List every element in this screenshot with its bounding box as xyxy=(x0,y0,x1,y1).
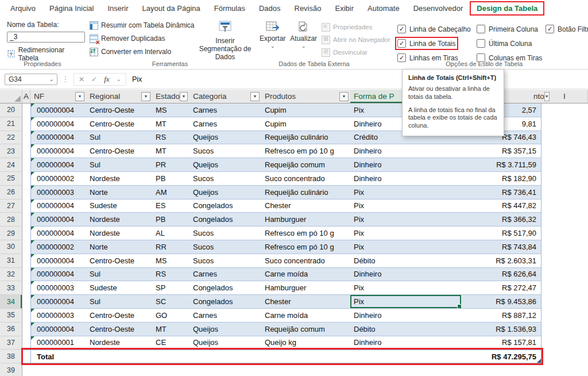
cell-produtos[interactable]: Refresco em pó 10 g xyxy=(261,227,350,240)
cell-estado[interactable]: SC xyxy=(152,295,189,309)
resize-table-button[interactable]: Redimensionar Tabela xyxy=(7,46,85,62)
cell-categoria[interactable]: Sucos xyxy=(189,144,261,158)
cell-regional[interactable]: Nordeste xyxy=(86,213,152,227)
cell-col-a[interactable] xyxy=(22,240,30,254)
table-name-input[interactable] xyxy=(7,32,85,43)
cell-nf[interactable]: 000000001 xyxy=(30,336,86,350)
total-label-cell[interactable]: Total xyxy=(30,350,86,363)
cell-valor[interactable]: R$ 3.711,59 xyxy=(461,158,541,172)
select-all-corner[interactable] xyxy=(0,90,22,103)
cell-regional[interactable]: Centro-Oeste xyxy=(86,254,152,268)
checkbox-botao-filtrar[interactable]: ✓Botão Filtrar xyxy=(546,25,588,33)
checkbox-primeira-coluna[interactable]: Primeira Coluna xyxy=(477,25,538,33)
cell-col-a[interactable] xyxy=(22,131,30,145)
cell-estado[interactable]: AL xyxy=(152,227,189,240)
filter-button-regional[interactable]: ▼ xyxy=(141,92,150,101)
filler-cell[interactable] xyxy=(541,186,588,199)
filter-button-categoria[interactable]: ▼ xyxy=(250,92,260,101)
filter-button-produtos[interactable]: ▼ xyxy=(339,92,349,101)
cell-valor[interactable]: R$ 626,64 xyxy=(461,268,541,282)
cell-regional[interactable]: Centro-Oeste xyxy=(86,144,152,158)
row-number[interactable]: 25 xyxy=(0,172,22,186)
checkbox-box[interactable] xyxy=(477,39,485,48)
cell-nf[interactable]: 000000004 xyxy=(30,227,86,240)
filter-button-estado[interactable]: ▼ xyxy=(180,92,188,101)
cell-produtos[interactable]: Chester xyxy=(261,199,350,213)
cell-col-a[interactable] xyxy=(22,213,30,227)
cell-col-a[interactable] xyxy=(22,103,30,117)
cell-nf[interactable]: 000000004 xyxy=(30,158,86,172)
cell-valor[interactable]: R$ 736,41 xyxy=(461,186,541,199)
insert-function-icon[interactable]: fx xyxy=(104,75,109,84)
row-number[interactable]: 39 xyxy=(0,363,22,376)
cell-valor[interactable]: R$ 2.603,31 xyxy=(461,254,541,268)
table-resize-handle-icon[interactable] xyxy=(537,359,541,363)
cell-valor[interactable]: R$ 1.536,93 xyxy=(461,323,541,336)
cell-estado[interactable]: PR xyxy=(152,158,189,172)
row-number[interactable]: 22 xyxy=(0,131,22,145)
filter-button-nf[interactable]: ▼ xyxy=(75,92,84,101)
cell-forma-pagamento[interactable]: Pix xyxy=(350,199,461,213)
tab-layout-da-pagina[interactable]: Layout da Página xyxy=(136,1,207,16)
cell-produtos[interactable]: Carne moída xyxy=(261,309,350,323)
insert-slicer-button[interactable]: Inserir Segmentação de Dados xyxy=(195,20,255,62)
cell-categoria[interactable]: Congelados xyxy=(189,199,261,213)
cell-forma-pagamento[interactable]: Dinheiro xyxy=(350,336,461,350)
button-converter-em-intervalo[interactable]: Converter em Intervalo xyxy=(90,46,194,57)
tab-inserir[interactable]: Inserir xyxy=(100,1,135,16)
cell-regional[interactable]: Norte xyxy=(86,240,152,254)
cell-col-a[interactable] xyxy=(22,268,30,282)
cell-regional[interactable]: Centro-Oeste xyxy=(86,117,152,131)
checkbox-linha-de-totais[interactable]: ✓Linha de Totais xyxy=(397,39,456,48)
total-value-cell[interactable]: R$ 47.295,75 xyxy=(461,350,541,363)
cell-produtos[interactable]: Hamburguer xyxy=(261,281,350,295)
cell-nf[interactable]: 000000004 xyxy=(30,254,86,268)
filler-cell[interactable] xyxy=(541,131,588,145)
cell-col-a[interactable] xyxy=(22,281,30,295)
cell-col-a[interactable] xyxy=(22,199,30,213)
tab-design-da-tabela[interactable]: Design da Tabela xyxy=(470,1,544,16)
cell-estado[interactable]: RS xyxy=(152,268,189,282)
tab-exibir[interactable]: Exibir xyxy=(328,1,361,16)
cell-nf[interactable]: 000000003 xyxy=(30,309,86,323)
filler-cell[interactable] xyxy=(541,350,588,363)
cell-valor[interactable]: R$ 887,12 xyxy=(461,309,541,323)
cell-categoria[interactable]: Carnes xyxy=(189,268,261,282)
cell-produtos[interactable]: Requeijão culinário xyxy=(261,186,350,199)
cell-produtos[interactable]: Cupim xyxy=(261,117,350,131)
row-number[interactable]: 31 xyxy=(0,254,22,268)
checkbox-linha-de-cabecalho[interactable]: ✓Linha de Cabeçalho xyxy=(397,25,471,33)
cell-produtos[interactable]: Suco concentrado xyxy=(261,172,350,186)
cell-forma-pagamento[interactable]: Débito xyxy=(350,254,461,268)
tab-revisao[interactable]: Revisão xyxy=(288,1,328,16)
checkbox-box[interactable]: ✓ xyxy=(546,25,554,33)
cell-valor[interactable]: R$ 272,47 xyxy=(461,281,541,295)
column-header-categoria[interactable]: Categoria▼ xyxy=(189,90,261,103)
cell-regional[interactable]: Nordeste xyxy=(86,172,152,186)
row-number[interactable]: 36 xyxy=(0,323,22,336)
cell-forma-pagamento[interactable]: Pix xyxy=(350,240,461,254)
filler-cell[interactable] xyxy=(541,254,588,268)
cell-nf[interactable]: 000000004 xyxy=(30,117,86,131)
cell-categoria[interactable]: Sucos xyxy=(189,254,261,268)
cell-nf[interactable]: 000000004 xyxy=(30,295,86,309)
cell-estado[interactable]: MS xyxy=(152,254,189,268)
column-header-regional[interactable]: Regional▼ xyxy=(86,90,152,103)
filler-cell[interactable] xyxy=(541,199,588,213)
cell-regional[interactable]: Sudeste xyxy=(86,199,152,213)
cell-produtos[interactable]: Requeijão comum xyxy=(261,158,350,172)
cell-regional[interactable]: Sul xyxy=(86,131,152,145)
cell-col-a[interactable] xyxy=(22,309,30,323)
column-header-estado[interactable]: Estado▼ xyxy=(152,90,189,103)
column-header-a[interactable]: A xyxy=(22,90,30,103)
cell-forma-pagamento[interactable]: Dinheiro xyxy=(350,158,461,172)
chevron-down-icon[interactable]: ⌄ xyxy=(49,77,54,82)
filler-cell[interactable] xyxy=(541,158,588,172)
row-number[interactable]: 35 xyxy=(0,309,22,323)
cell-regional[interactable]: Sul xyxy=(86,158,152,172)
cell-regional[interactable]: Nordeste xyxy=(86,336,152,350)
cell-col-a[interactable] xyxy=(22,158,30,172)
cell-produtos[interactable]: Chester xyxy=(261,295,350,309)
cell-col-a[interactable] xyxy=(22,172,30,186)
button-remover-duplicadas[interactable]: Remover Duplicadas xyxy=(90,33,194,44)
